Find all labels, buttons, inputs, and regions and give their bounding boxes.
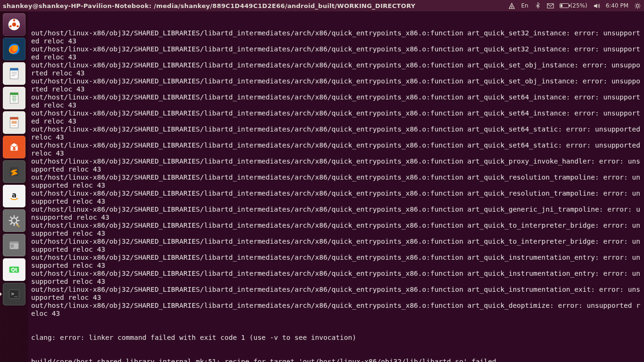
svg-point-5 [17,25,19,27]
compile-error-line: out/host/linux-x86/obj32/SHARED_LIBRARIE… [31,77,641,93]
launcher-software[interactable]: A [3,136,25,158]
svg-text:>_: >_ [11,291,17,297]
bluetooth-icon[interactable] [534,2,541,9]
volume-icon[interactable] [593,2,600,9]
battery-percent: (25%) [570,2,587,9]
language-indicator[interactable]: En [521,2,528,9]
launcher-impress[interactable] [3,111,25,134]
window-title: shankey@shankey-HP-Pavilion-Notebook: /m… [3,2,415,9]
compile-error-line: out/host/linux-x86/obj32/SHARED_LIBRARIE… [31,286,641,302]
compile-error-line: out/host/linux-x86/obj32/SHARED_LIBRARIE… [31,157,641,173]
compile-error-line: out/host/linux-x86/obj32/SHARED_LIBRARIE… [31,45,641,61]
compile-error-line: out/host/linux-x86/obj32/SHARED_LIBRARIE… [31,109,641,125]
clock[interactable]: 6:40 PM [606,2,628,9]
svg-line-36 [10,223,12,225]
mail-icon[interactable] [547,2,554,9]
gear-icon[interactable] [634,2,641,9]
compile-error-line: out/host/linux-x86/obj32/SHARED_LIBRARIE… [31,206,641,222]
svg-point-28 [11,218,17,223]
battery-indicator[interactable]: (25%) [560,2,587,9]
svg-text:S: S [12,168,16,175]
compile-error-line: out/host/linux-x86/obj32/SHARED_LIBRARIE… [31,61,641,77]
compile-error-line: out/host/linux-x86/obj32/SHARED_LIBRARIE… [31,222,641,238]
launcher-calc[interactable] [3,87,25,109]
launcher-writer[interactable] [3,62,25,85]
compile-error-line: out/host/linux-x86/obj32/SHARED_LIBRARIE… [31,93,641,109]
launcher: A S a Qt >_ [0,11,28,362]
svg-line-33 [10,217,12,219]
terminal-viewport[interactable]: out/host/linux-x86/obj32/SHARED_LIBRARIE… [28,11,644,362]
launcher-amazon[interactable]: a [3,185,25,207]
compile-error-line: out/host/linux-x86/obj32/SHARED_LIBRARIE… [31,189,641,206]
launcher-files[interactable] [3,234,25,256]
clang-error-line: clang: error: linker command failed with… [31,334,641,342]
svg-point-4 [13,19,16,22]
compile-error-line: out/host/linux-x86/obj32/SHARED_LIBRARIE… [31,125,641,141]
svg-text:a: a [12,191,17,199]
compile-error-line: out/host/linux-x86/obj32/SHARED_LIBRARIE… [31,270,641,286]
compile-error-line: out/host/linux-x86/obj32/SHARED_LIBRARIE… [31,302,641,318]
compile-error-line: out/host/linux-x86/obj32/SHARED_LIBRARIE… [31,173,641,189]
launcher-sublime[interactable]: S [3,160,25,183]
network-icon[interactable] [508,2,515,9]
svg-point-1 [636,4,639,7]
svg-rect-40 [11,247,14,247]
terminal-output: out/host/linux-x86/obj32/SHARED_LIBRARIE… [31,29,641,318]
svg-rect-9 [10,68,18,71]
svg-point-6 [9,25,12,27]
svg-text:A: A [12,146,16,151]
compile-error-line: out/host/linux-x86/obj32/SHARED_LIBRARIE… [31,29,641,45]
svg-point-3 [12,23,16,26]
svg-rect-39 [11,245,14,246]
svg-rect-21 [10,117,18,120]
build-recipe-line: build/core/host_shared_library_internal.… [31,358,641,362]
battery-icon [560,3,569,8]
launcher-terminal[interactable]: >_ [3,283,25,305]
svg-rect-14 [10,93,18,95]
svg-line-35 [17,217,18,219]
indicator-area: En (25%) 6:40 PM [508,2,641,9]
svg-text:Qt: Qt [11,267,17,272]
compile-error-line: out/host/linux-x86/obj32/SHARED_LIBRARIE… [31,238,641,254]
launcher-dash[interactable] [3,13,25,36]
svg-rect-38 [10,242,19,244]
launcher-firefox[interactable] [3,38,25,60]
launcher-settings[interactable] [3,209,25,232]
svg-rect-22 [11,121,17,124]
launcher-qt[interactable]: Qt [3,258,25,281]
top-menubar: shankey@shankey-HP-Pavilion-Notebook: /m… [0,0,644,11]
compile-error-line: out/host/linux-x86/obj32/SHARED_LIBRARIE… [31,141,641,157]
compile-error-line: out/host/linux-x86/obj32/SHARED_LIBRARIE… [31,254,641,270]
